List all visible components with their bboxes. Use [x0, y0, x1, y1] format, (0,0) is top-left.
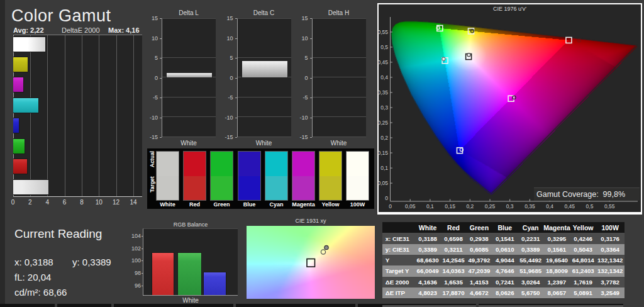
svg-text:0,1: 0,1	[426, 203, 434, 209]
svg-text:0,5: 0,5	[586, 203, 594, 209]
svg-text:0,55: 0,55	[377, 29, 388, 35]
svg-text:0,2: 0,2	[380, 135, 388, 141]
svg-text:0,35: 0,35	[377, 89, 388, 96]
svg-text:0,3: 0,3	[506, 203, 514, 209]
svg-text:0,25: 0,25	[485, 203, 496, 209]
svg-text:0: 0	[389, 203, 392, 209]
svg-text:0,4: 0,4	[380, 74, 388, 81]
svg-text:0,2: 0,2	[466, 203, 474, 209]
svg-text:0,15: 0,15	[445, 203, 455, 209]
svg-text:0: 0	[385, 195, 388, 201]
svg-text:0,1: 0,1	[380, 165, 388, 171]
svg-text:0,4: 0,4	[546, 203, 553, 209]
svg-text:0,35: 0,35	[525, 203, 535, 209]
svg-text:0,45: 0,45	[565, 203, 575, 209]
svg-text:0,15: 0,15	[377, 150, 388, 156]
svg-text:0,5: 0,5	[380, 44, 388, 50]
svg-text:0,25: 0,25	[377, 120, 388, 126]
svg-text:0,05: 0,05	[405, 203, 416, 209]
svg-text:0,45: 0,45	[377, 59, 388, 65]
svg-text:0,3: 0,3	[380, 104, 388, 111]
svg-text:0,55: 0,55	[604, 203, 615, 209]
svg-text:0,05: 0,05	[377, 180, 388, 186]
